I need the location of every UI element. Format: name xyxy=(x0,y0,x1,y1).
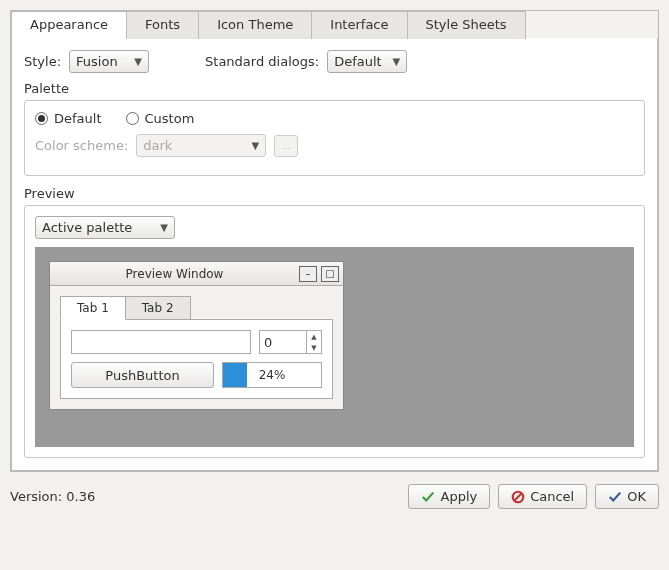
preview-spinbox[interactable]: 0 ▲ ▼ xyxy=(259,330,322,354)
maximize-button[interactable]: □ xyxy=(321,266,339,282)
preview-tab-1[interactable]: Tab 1 xyxy=(60,296,126,320)
radio-default[interactable]: Default xyxy=(35,111,102,126)
minimize-button[interactable]: – xyxy=(299,266,317,282)
preview-title: Preview xyxy=(24,186,645,201)
tab-icon-theme[interactable]: Icon Theme xyxy=(198,11,312,39)
cancel-icon xyxy=(511,490,525,504)
spin-down-icon[interactable]: ▼ xyxy=(307,342,321,353)
style-combo[interactable]: Fusion▼ xyxy=(69,50,149,73)
preview-canvas: Preview Window – □ Tab 1 Tab 2 xyxy=(35,247,634,447)
preview-palette-combo[interactable]: Active palette▼ xyxy=(35,216,175,239)
apply-button[interactable]: Apply xyxy=(408,484,490,509)
ok-button[interactable]: OK xyxy=(595,484,659,509)
preview-tab-2[interactable]: Tab 2 xyxy=(125,296,191,320)
preview-progress-bar: 24% xyxy=(222,362,322,388)
style-label: Style: xyxy=(24,54,61,69)
check-icon xyxy=(421,490,435,504)
color-scheme-label: Color scheme: xyxy=(35,138,128,153)
preview-text-input[interactable] xyxy=(71,330,251,354)
palette-group: Default Custom Color scheme: dark▼ ... xyxy=(24,100,645,176)
tab-fonts[interactable]: Fonts xyxy=(126,11,199,39)
check-icon xyxy=(608,490,622,504)
appearance-page: Style: Fusion▼ Standard dialogs: Default… xyxy=(11,38,658,471)
main-tabbar: Appearance Fonts Icon Theme Interface St… xyxy=(11,11,658,39)
standard-dialogs-combo[interactable]: Default▼ xyxy=(327,50,407,73)
svg-line-1 xyxy=(515,493,522,500)
radio-dot-icon xyxy=(35,112,48,125)
radio-dot-icon xyxy=(126,112,139,125)
tab-style-sheets[interactable]: Style Sheets xyxy=(407,11,526,39)
footer: Version: 0.36 Apply Cancel OK xyxy=(10,484,659,509)
color-scheme-combo: dark▼ xyxy=(136,134,266,157)
preview-window-body: Tab 1 Tab 2 0 ▲ ▼ xyxy=(50,286,343,409)
chevron-down-icon: ▼ xyxy=(252,140,260,151)
spin-up-icon[interactable]: ▲ xyxy=(307,331,321,342)
chevron-down-icon: ▼ xyxy=(392,56,400,67)
chevron-down-icon: ▼ xyxy=(134,56,142,67)
preview-tab-page: 0 ▲ ▼ PushButton xyxy=(60,319,333,399)
color-scheme-browse-button: ... xyxy=(274,135,298,157)
preview-window: Preview Window – □ Tab 1 Tab 2 xyxy=(49,261,344,410)
version-label: Version: 0.36 xyxy=(10,489,95,504)
chevron-down-icon: ▼ xyxy=(160,222,168,233)
tab-interface[interactable]: Interface xyxy=(311,11,407,39)
settings-panel: Appearance Fonts Icon Theme Interface St… xyxy=(10,10,659,472)
cancel-button[interactable]: Cancel xyxy=(498,484,587,509)
preview-group: Active palette▼ Preview Window – □ Tab 1… xyxy=(24,205,645,458)
preview-push-button[interactable]: PushButton xyxy=(71,362,214,388)
palette-title: Palette xyxy=(24,81,645,96)
standard-dialogs-label: Standard dialogs: xyxy=(205,54,319,69)
tab-appearance[interactable]: Appearance xyxy=(11,11,127,39)
preview-window-titlebar: Preview Window – □ xyxy=(50,262,343,286)
radio-custom[interactable]: Custom xyxy=(126,111,195,126)
